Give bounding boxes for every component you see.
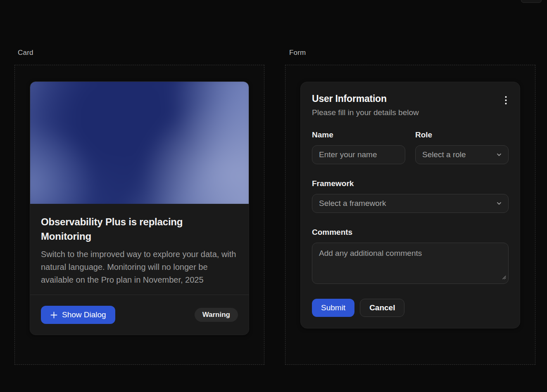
comments-field-group: Comments xyxy=(312,228,509,284)
card-body: Observability Plus is replacing Monitori… xyxy=(30,204,249,295)
warning-badge: Warning xyxy=(195,308,238,322)
offscreen-element-peek xyxy=(521,0,542,3)
card-title: Observability Plus is replacing Monitori… xyxy=(41,215,214,243)
role-label: Role xyxy=(415,130,509,139)
form-header: User Information Please fill in your det… xyxy=(312,93,509,117)
card-footer: Show Dialog Warning xyxy=(30,295,249,335)
comments-textarea-wrap xyxy=(312,243,509,284)
announcement-card: Observability Plus is replacing Monitori… xyxy=(30,81,249,335)
comments-label: Comments xyxy=(312,228,509,237)
cancel-button[interactable]: Cancel xyxy=(360,299,404,317)
card-description: Switch to the improved way to explore yo… xyxy=(41,248,238,286)
submit-button[interactable]: Submit xyxy=(312,299,354,317)
framework-select-value: Select a framework xyxy=(319,199,386,208)
name-input[interactable] xyxy=(312,145,405,164)
resize-grip-icon[interactable] xyxy=(501,272,506,281)
section-label-card: Card xyxy=(18,49,33,57)
framework-select[interactable]: Select a framework xyxy=(312,194,509,213)
comments-textarea[interactable] xyxy=(312,243,508,283)
show-dialog-button[interactable]: Show Dialog xyxy=(41,306,115,324)
chevron-down-icon xyxy=(496,200,502,207)
name-label: Name xyxy=(312,130,405,139)
framework-field-group: Framework Select a framework xyxy=(312,179,509,213)
form-actions: Submit Cancel xyxy=(312,299,509,317)
name-field-group: Name xyxy=(312,130,405,164)
role-select-value: Select a role xyxy=(422,150,466,159)
chevron-down-icon xyxy=(496,151,502,158)
framework-label: Framework xyxy=(312,179,509,188)
card-cover-image xyxy=(30,82,249,204)
kebab-menu-icon[interactable] xyxy=(503,93,509,107)
card-demo-container: Observability Plus is replacing Monitori… xyxy=(14,65,264,365)
section-label-form: Form xyxy=(289,49,306,57)
show-dialog-label: Show Dialog xyxy=(62,310,106,319)
form-title: User Information xyxy=(312,93,419,104)
user-information-form: User Information Please fill in your det… xyxy=(300,82,520,328)
form-subtitle: Please fill in your details below xyxy=(312,108,419,117)
form-demo-container: User Information Please fill in your det… xyxy=(285,65,535,365)
role-select[interactable]: Select a role xyxy=(415,145,509,164)
plus-icon xyxy=(50,311,58,319)
role-field-group: Role Select a role xyxy=(415,130,509,164)
